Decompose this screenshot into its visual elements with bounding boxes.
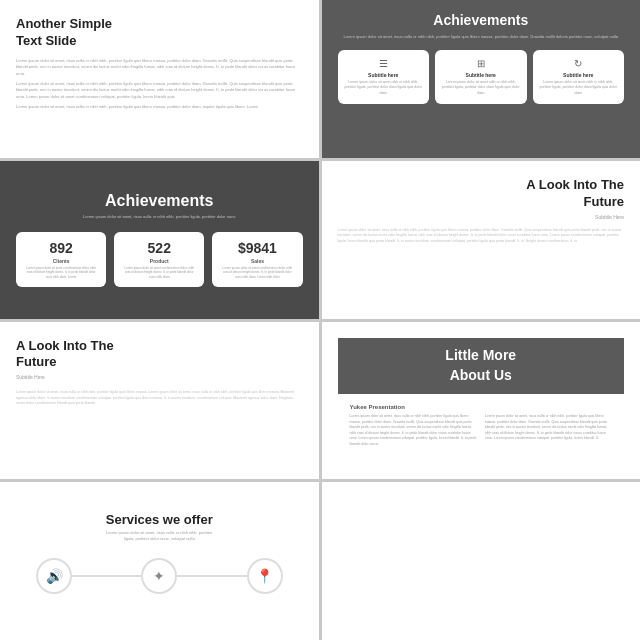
slide-5-subtitle: Subtitle Here bbox=[16, 374, 303, 380]
slide-1-title: Another Simple Text Slide bbox=[16, 16, 303, 50]
stat-1: 892 Clients Lorem ipsum dolor sit amet c… bbox=[16, 232, 106, 288]
slide-2-title: Achievements bbox=[338, 12, 625, 28]
slide-1: Another Simple Text Slide Lorem ipsum do… bbox=[0, 0, 319, 158]
slide-3-title: Achievements bbox=[16, 192, 303, 210]
slide-6-lorem-right: Lorem ipsum dolor sit amet, risus nulla … bbox=[485, 414, 612, 448]
slide-7-icons-row: 🔊 ✦ 📍 bbox=[16, 558, 303, 594]
slide-8 bbox=[322, 482, 641, 640]
star-icon: ✦ bbox=[141, 558, 177, 594]
slide-4: A Look Into The Future Subtitle Here Lor… bbox=[322, 161, 641, 319]
stat-1-label: Clients bbox=[24, 258, 98, 264]
slide-7-title: Services we offer bbox=[16, 512, 303, 527]
slide-2-card-2-subtitle: Subtitle here bbox=[441, 72, 521, 78]
slide-2-card-1-icon: ☰ bbox=[344, 58, 424, 69]
stat-2-text: Lorem ipsum dolor sit amet condimentum d… bbox=[122, 266, 196, 280]
slide-7: Services we offer Lorem ipsum dolor sit … bbox=[0, 482, 319, 640]
stat-2-number: 522 bbox=[122, 240, 196, 256]
slide-1-lorem-1: Lorem ipsum dolor sit amet, risus nulla … bbox=[16, 58, 303, 77]
stat-3-label: Sales bbox=[220, 258, 294, 264]
slide-2-card-3-text: Lorem ipsum dolor sit amet nibh or nibh … bbox=[539, 80, 619, 96]
slide-2-card-2-text: Lorem ipsum dolor sit amet nibh or nibh … bbox=[441, 80, 521, 96]
slide-3-stats: 892 Clients Lorem ipsum dolor sit amet c… bbox=[16, 232, 303, 288]
slide-6-dark-title: Little More About Us bbox=[445, 346, 516, 385]
pin-icon: 📍 bbox=[247, 558, 283, 594]
stat-2-label: Product bbox=[122, 258, 196, 264]
slide-6-bottom: Yukee Presentation Lorem ipsum dolor sit… bbox=[338, 394, 625, 463]
slide-2-card-2-icon: ⊞ bbox=[441, 58, 521, 69]
slide-2-card-3-icon: ↻ bbox=[539, 58, 619, 69]
slide-1-lorem-2: Lorem ipsum dolor sit amet, risus nulla … bbox=[16, 81, 303, 100]
slide-5-lorem: Lorem ipsum dolor sit amet, risus nulla … bbox=[16, 390, 303, 407]
slide-6-yukee: Yukee Presentation bbox=[350, 404, 613, 410]
slide-grid: Another Simple Text Slide Lorem ipsum do… bbox=[0, 0, 640, 640]
connector-1 bbox=[72, 575, 141, 577]
slide-2-card-1-text: Lorem ipsum dolor sit amet nibh or nibh … bbox=[344, 80, 424, 96]
stat-1-text: Lorem ipsum dolor sit amet condimentum d… bbox=[24, 266, 98, 280]
stat-1-number: 892 bbox=[24, 240, 98, 256]
audio-icon: 🔊 bbox=[36, 558, 72, 594]
slide-2-card-1-subtitle: Subtitle here bbox=[344, 72, 424, 78]
slide-5-title: A Look Into The Future bbox=[16, 338, 303, 372]
stat-3: $9841 Sales Lorem ipsum dolor sit amet c… bbox=[212, 232, 302, 288]
slide-2-card-3: ↻ Subtitle here Lorem ipsum dolor sit am… bbox=[533, 50, 625, 104]
slide-2: Achievements Lorem ipsum dolor sit amet,… bbox=[322, 0, 641, 158]
slide-6: Little More About Us Yukee Presentation … bbox=[322, 322, 641, 480]
slide-7-subtitle: Lorem ipsum dolor sit amet, risus nulla … bbox=[16, 530, 303, 542]
slide-2-card-1: ☰ Subtitle here Lorem ipsum dolor sit am… bbox=[338, 50, 430, 104]
slide-4-lorem: Lorem ipsum dolor sit amet, risus nulla … bbox=[338, 228, 625, 245]
slide-2-card-3-subtitle: Subtitle here bbox=[539, 72, 619, 78]
slide-2-card-2: ⊞ Subtitle here Lorem ipsum dolor sit am… bbox=[435, 50, 527, 104]
stat-2: 522 Product Lorem ipsum dolor sit amet c… bbox=[114, 232, 204, 288]
stat-3-number: $9841 bbox=[220, 240, 294, 256]
slide-6-lorem-two: Lorem ipsum dolor sit amet, risus nulla … bbox=[350, 414, 613, 448]
slide-6-lorem-left: Lorem ipsum dolor sit amet, risus nulla … bbox=[350, 414, 477, 448]
slide-2-subtitle: Lorem ipsum dolor sit amet, risus nulla … bbox=[338, 34, 625, 40]
slide-1-lorem-3: Lorem ipsum dolor sit amet, risus nulla … bbox=[16, 104, 303, 110]
stat-3-text: Lorem ipsum dolor sit amet condimentum d… bbox=[220, 266, 294, 280]
slide-5: A Look Into The Future Subtitle Here Lor… bbox=[0, 322, 319, 480]
slide-4-subtitle: Subtitle Here bbox=[338, 214, 625, 220]
slide-4-title: A Look Into The Future bbox=[338, 177, 625, 211]
slide-3: Achievements Lorem ipsum dolor sit amet,… bbox=[0, 161, 319, 319]
slide-3-subtitle: Lorem ipsum dolor sit amet, risus nulla … bbox=[16, 214, 303, 220]
slide-2-cards: ☰ Subtitle here Lorem ipsum dolor sit am… bbox=[338, 50, 625, 104]
slide-6-dark-box: Little More About Us bbox=[338, 338, 625, 395]
connector-2 bbox=[177, 575, 246, 577]
